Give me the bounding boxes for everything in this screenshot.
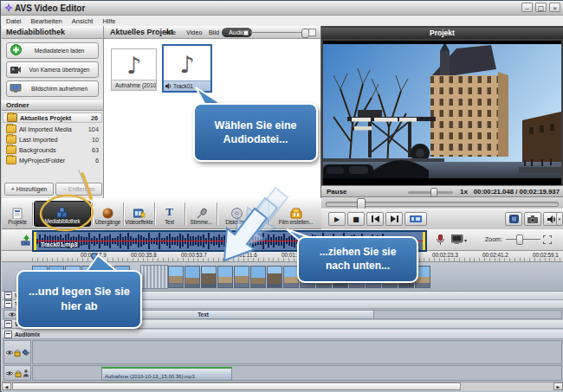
video-frame-image (323, 41, 561, 185)
folder-name: Last Imported (19, 136, 92, 144)
projects-icon (12, 205, 23, 219)
tab-video[interactable]: Video (184, 28, 205, 37)
expand-timeline-button[interactable] (542, 232, 553, 247)
speaker-icon (165, 83, 171, 89)
collapse-icon[interactable] (4, 292, 12, 299)
voice-icon[interactable] (23, 370, 29, 377)
timeline-horizontal-scrollbar[interactable]: ◀ ▶ (2, 382, 563, 390)
load-media-button[interactable]: Mediadateien laden (6, 42, 99, 59)
collapse-icon[interactable] (4, 300, 12, 308)
collapse-icon[interactable] (4, 331, 12, 338)
expand-icon (543, 235, 552, 244)
folder-icon (6, 125, 16, 133)
window-title: AVS Video Editor (15, 3, 85, 13)
collapse-icon[interactable] (4, 320, 12, 328)
insert-icon (21, 235, 32, 246)
lock-icon[interactable] (14, 349, 21, 357)
keyframe-edit-icon[interactable] (22, 349, 29, 357)
lock-icon[interactable] (15, 370, 22, 377)
folder-count: 63 (92, 146, 102, 154)
scroll-left-button[interactable]: ◀ (2, 382, 11, 390)
callout-drop-here: ...und legen Sie sie hier ab (16, 270, 142, 329)
play-icon: ▶ (334, 215, 340, 223)
folder-last-imported[interactable]: Last Imported 10 (3, 134, 102, 145)
audio-track2[interactable]: Aufnahme (2010-10-13_15.00.36).mp3 (32, 365, 562, 381)
scrollbar-thumb[interactable] (12, 382, 461, 390)
minimize-button[interactable]: – (521, 3, 533, 12)
transition-clip[interactable] (140, 265, 168, 289)
transport-controls: ▶ ■ ▾ (321, 209, 563, 230)
folder-icon (6, 135, 16, 144)
plus-icon: + (11, 186, 15, 192)
clip-trim-start-handle[interactable] (34, 232, 36, 250)
ruler-label: 00:02:23.3 (426, 252, 464, 258)
monitor-icon (451, 235, 464, 245)
ruler-label: 00:00:35.8 (125, 252, 163, 258)
audio-clip-aufnahme[interactable]: Aufnahme (2010-10-13_15.00.36).mp3 (101, 367, 232, 381)
next-frame-icon (391, 215, 398, 222)
folder-backgrounds[interactable]: Backgrounds 63 (3, 145, 102, 155)
camera-snapshot-icon (527, 215, 538, 223)
next-frame-button[interactable] (385, 212, 403, 226)
screen-capture-icon (7, 81, 24, 97)
audio-clip1-label: Track01.mp3 (41, 241, 77, 247)
folder-count: 104 (88, 125, 102, 133)
voice-record-icon (436, 235, 445, 246)
stop-button[interactable]: ■ (347, 212, 365, 226)
visibility-eye-icon[interactable] (8, 312, 16, 318)
snapshot-button[interactable] (524, 212, 541, 226)
tab-alle[interactable]: Alle (163, 28, 178, 37)
add-media-icon (7, 43, 24, 59)
menu-datei[interactable]: Datei (6, 17, 22, 25)
previous-frame-button[interactable] (366, 212, 384, 226)
music-note-icon: ♪ (164, 48, 210, 80)
close-button[interactable]: × (549, 3, 560, 12)
zoom-slider-handle[interactable] (516, 235, 523, 245)
playback-speed-handle[interactable] (430, 188, 437, 197)
tab-bild[interactable]: Bild (206, 28, 222, 37)
visibility-eye-icon[interactable] (5, 370, 14, 376)
menu-hilfe[interactable]: Hilfe (102, 17, 115, 25)
insert-to-timeline-button[interactable] (19, 232, 33, 247)
seek-bar (321, 197, 563, 209)
caret-down-icon: ▾ (464, 237, 467, 243)
thumbnail-size-large-icon (308, 29, 316, 36)
preview-mode-button[interactable] (404, 212, 427, 226)
display-mode-button[interactable]: ▾ (449, 232, 469, 247)
thumbnail-size-small-icon (243, 30, 249, 35)
folder-aktuelles-projekt[interactable]: Aktuelles Projekt 26 (3, 112, 102, 123)
volume-caret-button[interactable]: ▾ (556, 212, 563, 226)
current-project-folder-icon (7, 113, 17, 122)
caret-down-icon: ▾ (559, 216, 561, 222)
callout-select-audio: Wählen Sie eine Audiodatei... (193, 103, 318, 162)
film-thumbnail (168, 266, 184, 288)
folder-myprojectfolder[interactable]: MyProjectFolder 6 (3, 155, 102, 165)
sidebar-title: Mediabibliothek (2, 26, 103, 39)
capture-screen-button[interactable]: Bildschirm aufnehmen (6, 80, 99, 97)
callout-drag-down: ...ziehen Sie sie nach unten... (297, 236, 418, 283)
audio-track1-controls (3, 340, 31, 364)
menu-ansicht[interactable]: Ansicht (72, 17, 94, 25)
clip-trim-end-handle[interactable] (423, 232, 425, 250)
folder-count: 10 (92, 136, 102, 144)
fullscreen-button[interactable] (505, 212, 522, 226)
thumbnail-size-slider[interactable] (250, 32, 304, 33)
toolbar-text-button[interactable]: T Text (155, 201, 184, 227)
maximize-button[interactable]: ▢ (535, 3, 547, 12)
scroll-right-button[interactable]: ▶ (553, 382, 563, 390)
menu-bearbeiten[interactable]: Bearbeiten (31, 17, 62, 25)
visibility-eye-icon[interactable] (5, 350, 14, 356)
app-window: AVS Video Editor – ▢ × Datei Bearbeiten … (0, 0, 563, 392)
audio-track1[interactable] (32, 340, 562, 364)
media-item-aufnahme[interactable]: ♪ Aufnahme (2010-10-... (111, 48, 157, 91)
zoom-slider[interactable] (506, 239, 540, 240)
voice-record-button[interactable] (434, 232, 446, 247)
folders-header: Ordner (2, 100, 103, 111)
play-button[interactable]: ▶ (328, 212, 346, 226)
previous-frame-icon (372, 215, 379, 222)
capture-screen-label: Bildschirm aufnehmen (24, 86, 98, 93)
folder-all-imported-media[interactable]: All Imported Media 104 (3, 124, 102, 134)
section-audiomix[interactable]: Audiomix (2, 330, 563, 339)
capture-camera-button[interactable]: Von Kamera übertragen (6, 61, 99, 78)
title-bar[interactable]: AVS Video Editor – ▢ × (1, 1, 563, 16)
